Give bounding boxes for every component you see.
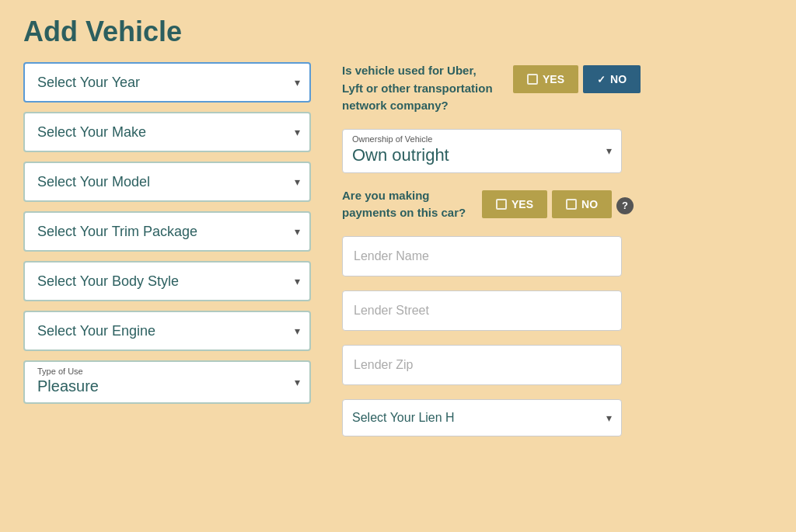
uber-question-text: Is vehicle used for Uber, Lyft or other …: [342, 62, 498, 115]
engine-select[interactable]: Select Your Engine 2.0L 4-Cylinder 3.5L …: [25, 312, 309, 349]
lender-street-input[interactable]: [342, 290, 622, 331]
lien-select[interactable]: Select Your Lien H Bank Credit Union Dea…: [352, 411, 612, 424]
payments-no-checkbox-icon: [566, 199, 577, 210]
uber-yes-no-group: YES ✓ NO: [513, 65, 641, 93]
type-of-use-select[interactable]: Pleasure Business Commute Farm: [37, 377, 297, 395]
payments-yes-button[interactable]: YES: [482, 190, 547, 218]
left-column: Select Your Year 2024 2023 2022 2021 202…: [23, 62, 311, 404]
uber-row: Is vehicle used for Uber, Lyft or other …: [342, 62, 773, 115]
uber-no-label: NO: [610, 73, 627, 85]
lender-zip-input[interactable]: [342, 345, 622, 385]
payments-yes-no-group: YES NO ?: [482, 190, 634, 218]
right-column: Is vehicle used for Uber, Lyft or other …: [342, 62, 773, 436]
model-select-wrapper: Select Your Model Camry Civic F-150 Silv…: [23, 162, 311, 202]
year-select[interactable]: Select Your Year 2024 2023 2022 2021 202…: [25, 64, 309, 101]
ownership-section: Ownership of Vehicle Own outright Financ…: [342, 129, 773, 173]
page-title: Add Vehicle: [23, 16, 773, 48]
model-select[interactable]: Select Your Model Camry Civic F-150 Silv…: [25, 163, 309, 200]
payments-question-text: Are you making payments on this car?: [342, 187, 466, 222]
lender-name-input[interactable]: [342, 236, 622, 276]
ownership-select[interactable]: Own outright Financed Leased: [352, 145, 612, 165]
body-select[interactable]: Select Your Body Style Sedan SUV Truck C…: [25, 263, 309, 300]
body-select-wrapper: Select Your Body Style Sedan SUV Truck C…: [23, 261, 311, 301]
uber-yes-button[interactable]: YES: [513, 65, 578, 93]
uber-yes-checkbox-icon: [527, 74, 538, 85]
payments-no-button[interactable]: NO: [552, 190, 612, 218]
payments-yes-checkbox-icon: [496, 199, 507, 210]
uber-yes-label: YES: [543, 73, 564, 85]
year-select-wrapper: Select Your Year 2024 2023 2022 2021 202…: [23, 62, 311, 103]
help-icon[interactable]: ?: [616, 197, 634, 214]
uber-no-button[interactable]: ✓ NO: [583, 65, 641, 93]
main-layout: Select Your Year 2024 2023 2022 2021 202…: [23, 62, 773, 436]
trim-select[interactable]: Select Your Trim Package Base Sport Prem…: [25, 213, 309, 250]
make-select-wrapper: Select Your Make Toyota Honda Ford Chevr…: [23, 112, 311, 152]
payments-yes-label: YES: [511, 198, 533, 210]
ownership-wrapper: Ownership of Vehicle Own outright Financ…: [342, 129, 622, 173]
type-of-use-label: Type of Use: [37, 367, 297, 376]
payments-no-label: NO: [581, 198, 598, 210]
uber-no-checkmark-icon: ✓: [597, 74, 606, 85]
type-of-use-wrapper: Type of Use Pleasure Business Commute Fa…: [23, 360, 311, 404]
ownership-field-label: Ownership of Vehicle: [352, 134, 612, 144]
payments-row: Are you making payments on this car? YES…: [342, 187, 773, 222]
trim-select-wrapper: Select Your Trim Package Base Sport Prem…: [23, 211, 311, 252]
lien-wrapper: Select Your Lien H Bank Credit Union Dea…: [342, 399, 622, 436]
engine-select-wrapper: Select Your Engine 2.0L 4-Cylinder 3.5L …: [23, 311, 311, 351]
make-select[interactable]: Select Your Make Toyota Honda Ford Chevr…: [25, 113, 309, 151]
